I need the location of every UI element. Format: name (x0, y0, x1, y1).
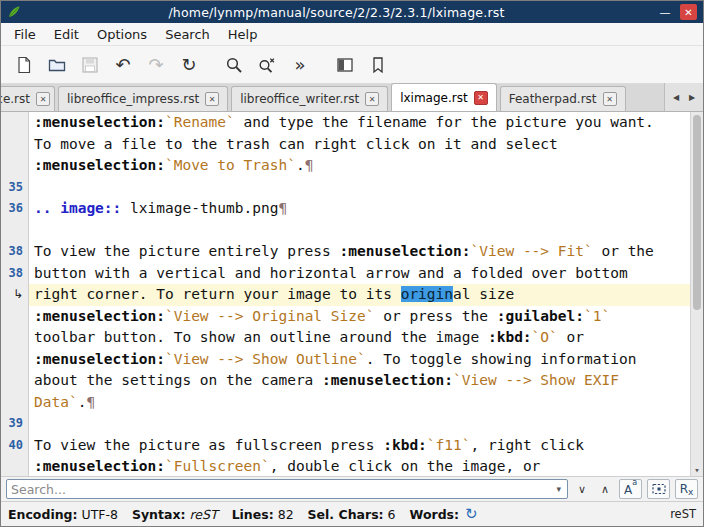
vertical-scrollbar[interactable]: ▾ (690, 112, 703, 476)
menu-search[interactable]: Search (156, 25, 219, 44)
match-case-button[interactable]: Aa (619, 479, 642, 499)
status-syntax-indicator: reST (670, 507, 696, 521)
tab-list: ce.rst✕libreoffice_impress.rst✕libreoffi… (1, 83, 664, 111)
editor-line-text[interactable]: :menuselection:`Rename` and type the fil… (29, 112, 703, 134)
bookmark-icon (369, 56, 387, 74)
refresh-word-count-icon[interactable]: ↻ (465, 505, 478, 523)
editor-line-text[interactable]: about the settings on the camera :menuse… (29, 370, 703, 392)
current-line-marker: ↳ (1, 284, 29, 306)
editor-row: :menuselection:`Fullscreen`, double clic… (1, 456, 703, 476)
line-number (1, 456, 29, 476)
open-folder-button[interactable] (44, 52, 70, 78)
editor-line-text[interactable]: To view the picture as fullscreen press … (29, 435, 703, 457)
syntax-segment: :menuselection: (322, 372, 453, 388)
editor-rows: :menuselection:`Rename` and type the fil… (1, 112, 703, 476)
editor-line-text[interactable]: :menuselection:`Fullscreen`, double clic… (29, 456, 703, 476)
editor-line-text[interactable]: :menuselection:`View --> Show Outline`. … (29, 349, 703, 371)
tab-ce.rst[interactable]: ce.rst✕ (1, 86, 55, 111)
syntax-segment: lximage-thumb.png (121, 200, 278, 216)
syntax-segment: `Fullscreen` (165, 458, 270, 474)
tab-lximage.rst[interactable]: lximage.rst✕ (391, 83, 497, 111)
menu-file[interactable]: File (5, 25, 45, 44)
search-button[interactable] (221, 52, 247, 78)
syntax-segment: `View --> Fit` (471, 243, 593, 259)
menu-help[interactable]: Help (219, 25, 267, 44)
syntax-segment: or the (593, 243, 654, 259)
scrollbar-down-arrow-icon[interactable]: ▾ (691, 465, 703, 475)
titlebar[interactable]: /home/lynmp/manual/source/2/2.3/2.3.1/lx… (1, 1, 703, 23)
syntax-segment: :menuselection: (34, 308, 165, 324)
tab-scroll-right-button[interactable]: ▶ (685, 88, 699, 106)
search-box: ▾ (6, 479, 568, 499)
search-history-dropdown-icon[interactable]: ▾ (554, 484, 563, 494)
editor-row: toolbar button. To show an outline aroun… (1, 327, 703, 349)
menu-options[interactable]: Options (88, 25, 156, 44)
editor-row: Data`.¶ (1, 392, 703, 414)
editor-line-text[interactable] (29, 413, 703, 435)
more-icon: » (294, 56, 305, 74)
editor-line-text[interactable] (29, 177, 703, 199)
syntax-segment: . To toggle showing information (366, 351, 637, 367)
editor-line-text[interactable]: :menuselection:`Move to Trash`.¶ (29, 155, 703, 177)
line-number: 38 (1, 263, 29, 285)
editor-line-text[interactable]: :menuselection:`View --> Original Size` … (29, 306, 703, 328)
line-number: 39 (1, 413, 29, 435)
syntax-segment: or press the (374, 308, 496, 324)
new-file-button[interactable] (11, 52, 37, 78)
search-input[interactable] (11, 482, 554, 497)
syntax-segment: :guilabel: (497, 308, 584, 324)
tab-close-button[interactable]: ✕ (603, 92, 617, 106)
tab-close-button[interactable]: ✕ (474, 91, 488, 105)
whole-word-icon (652, 483, 666, 495)
side-pane-button[interactable] (332, 52, 358, 78)
editor-line-text[interactable]: To view the picture entirely press :menu… (29, 241, 703, 263)
line-number (1, 327, 29, 349)
editor-line-text[interactable]: To move a file to the trash can right cl… (29, 134, 703, 156)
syntax-segment: `Move to Trash` (165, 157, 296, 173)
find-next-button[interactable]: ∨ (573, 480, 591, 498)
editor-line-text[interactable]: toolbar button. To show an outline aroun… (29, 327, 703, 349)
redo-button[interactable]: ↷ (143, 52, 169, 78)
tab-close-button[interactable]: ✕ (365, 92, 379, 106)
tab-libreoffice_impress.rst[interactable]: libreoffice_impress.rst✕ (58, 86, 228, 111)
tab-close-button[interactable]: ✕ (36, 92, 50, 106)
selected-text: origin (401, 286, 453, 302)
tab-libreoffice_writer.rst[interactable]: libreoffice_writer.rst✕ (231, 86, 388, 111)
find-replace-button[interactable] (254, 52, 280, 78)
editor-line-text[interactable]: Data`.¶ (29, 392, 703, 414)
save-button[interactable] (77, 52, 103, 78)
syntax-segment: To move a file to the trash can right cl… (34, 136, 558, 152)
editor-line-text[interactable]: .. image:: lximage-thumb.png¶ (29, 198, 703, 220)
whole-word-button[interactable] (647, 479, 670, 499)
line-number: 35 (1, 177, 29, 199)
editor-row: 40To view the picture as fullscreen pres… (1, 435, 703, 457)
bookmark-button[interactable] (365, 52, 391, 78)
close-button[interactable]: ✕ (680, 4, 697, 20)
undo-icon: ↶ (115, 56, 130, 74)
minimize-button[interactable]: — (656, 4, 674, 20)
more-button[interactable]: » (287, 52, 313, 78)
line-number: 40 (1, 435, 29, 457)
find-previous-button[interactable]: ∧ (596, 480, 614, 498)
editor-row (1, 220, 703, 242)
menu-edit[interactable]: Edit (45, 25, 88, 44)
regex-button[interactable]: Rx (675, 479, 698, 499)
editor-row: 36.. image:: lximage-thumb.png¶ (1, 198, 703, 220)
undo-button[interactable]: ↶ (110, 52, 136, 78)
scrollbar-thumb[interactable] (693, 115, 701, 310)
open-folder-icon (48, 56, 66, 74)
editor-line-text[interactable] (29, 220, 703, 242)
tab-scroll-left-button[interactable]: ◀ (669, 88, 683, 106)
syntax-segment: `f11` (427, 437, 471, 453)
editor-line-text[interactable]: button with a vertical and horizontal ar… (29, 263, 703, 285)
editor-row: :menuselection:`Move to Trash`.¶ (1, 155, 703, 177)
syntax-segment: `View --> Show Outline` (165, 351, 366, 367)
reload-button[interactable]: ↻ (176, 52, 202, 78)
line-number (1, 370, 29, 392)
editor-row: :menuselection:`Rename` and type the fil… (1, 112, 703, 134)
editor-row: 39 (1, 413, 703, 435)
editor-line-text[interactable]: right corner. To return your image to it… (29, 284, 703, 306)
tab-close-button[interactable]: ✕ (205, 92, 219, 106)
tab-Featherpad.rst[interactable]: Featherpad.rst✕ (500, 86, 626, 111)
editor[interactable]: :menuselection:`Rename` and type the fil… (1, 112, 703, 476)
